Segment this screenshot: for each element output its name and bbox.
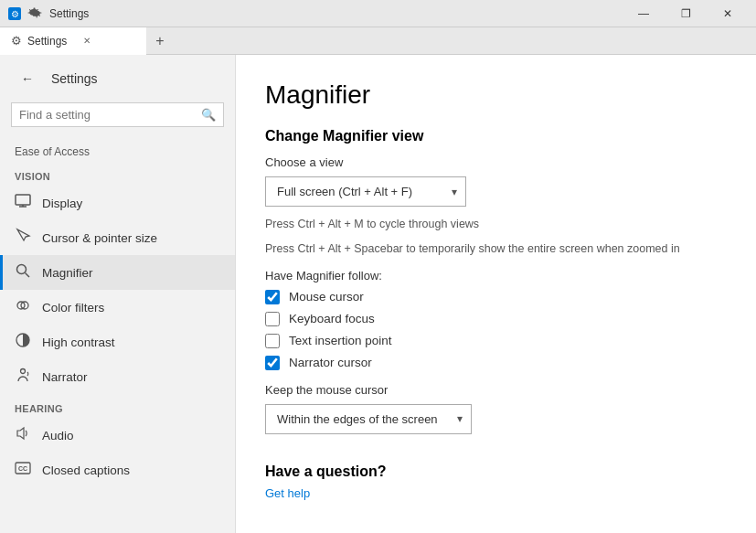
window-controls: — ❐ ✕: [623, 0, 749, 27]
svg-line-7: [26, 273, 30, 278]
choose-view-label: Choose a view: [265, 155, 727, 169]
checkbox-narrator-cursor: Narrator cursor: [265, 356, 727, 370]
sidebar-item-narrator[interactable]: Narrator: [0, 359, 235, 394]
section-title: Change Magnifier view: [265, 128, 727, 144]
window-title: Settings: [49, 7, 623, 20]
color-filters-label: Color filters: [42, 301, 104, 314]
mouse-cursor-dropdown[interactable]: Within the edges of the screen: [265, 404, 472, 434]
hint-spacebar: Press Ctrl + Alt + Spacebar to temporari…: [265, 240, 727, 258]
narrator-label: Narrator: [42, 370, 88, 384]
magnifier-label: Magnifier: [42, 266, 93, 280]
search-box[interactable]: 🔍: [11, 102, 224, 127]
svg-rect-3: [16, 195, 30, 205]
active-tab[interactable]: ⚙ Settings ✕: [0, 27, 146, 55]
cursor-label: Cursor & pointer size: [42, 231, 157, 245]
sidebar-item-magnifier[interactable]: Magnifier: [0, 255, 235, 290]
mouse-cursor-checkbox[interactable]: [265, 290, 280, 304]
new-tab-button[interactable]: +: [146, 27, 174, 55]
display-icon: [15, 193, 31, 213]
checkbox-mouse-cursor: Mouse cursor: [265, 290, 727, 304]
close-button[interactable]: ✕: [707, 0, 749, 27]
view-dropdown-wrapper: Full screen (Ctrl + Alt + F) ▾: [265, 176, 466, 207]
maximize-button[interactable]: ❐: [665, 0, 707, 27]
cursor-icon: [15, 228, 31, 248]
tab-gear-icon: ⚙: [11, 34, 22, 48]
text-insertion-checkbox-label: Text insertion point: [289, 334, 392, 347]
settings-gear-icon: [27, 6, 42, 21]
sidebar-item-display[interactable]: Display: [0, 186, 235, 220]
mouse-cursor-checkbox-label: Mouse cursor: [289, 290, 364, 304]
text-insertion-checkbox[interactable]: [265, 334, 280, 348]
closed-captions-label: Closed captions: [42, 464, 130, 477]
get-help-link[interactable]: Get help: [265, 486, 310, 500]
search-input[interactable]: [19, 108, 196, 122]
sidebar-item-closed-captions[interactable]: CC Closed captions: [0, 453, 235, 487]
page-title: Magnifier: [265, 80, 727, 110]
tabbar: ⚙ Settings ✕ +: [0, 27, 756, 55]
sidebar-item-cursor[interactable]: Cursor & pointer size: [0, 220, 235, 255]
sidebar: ← Settings 🔍 Ease of Access Vision Displ…: [0, 55, 236, 533]
titlebar: ⚙ Settings — ❐ ✕: [0, 0, 756, 27]
svg-text:⚙: ⚙: [11, 9, 19, 19]
minimize-button[interactable]: —: [623, 0, 665, 27]
narrator-icon: [15, 367, 31, 387]
sidebar-item-audio[interactable]: Audio: [0, 418, 235, 453]
high-contrast-label: High contrast: [42, 336, 115, 349]
narrator-cursor-checkbox-label: Narrator cursor: [289, 356, 372, 369]
search-icon: 🔍: [201, 108, 216, 122]
checkbox-text-insertion: Text insertion point: [265, 334, 727, 348]
content-area: Magnifier Change Magnifier view Choose a…: [236, 55, 756, 533]
magnifier-icon: [15, 262, 31, 282]
sidebar-item-color-filters[interactable]: Color filters: [0, 290, 235, 325]
keyboard-focus-checkbox-label: Keyboard focus: [289, 312, 375, 325]
narrator-cursor-checkbox[interactable]: [265, 356, 280, 370]
high-contrast-icon: [15, 332, 31, 352]
svg-marker-12: [17, 428, 24, 439]
have-question-section: Have a question? Get help: [265, 464, 727, 500]
follow-label: Have Magnifier follow:: [265, 269, 727, 282]
svg-point-6: [17, 265, 27, 274]
vision-category: Vision: [0, 165, 235, 186]
closed-captions-icon: CC: [15, 460, 31, 480]
app-icon: ⚙: [7, 6, 22, 21]
display-label: Display: [42, 197, 82, 210]
sidebar-item-high-contrast[interactable]: High contrast: [0, 325, 235, 359]
view-dropdown[interactable]: Full screen (Ctrl + Alt + F): [265, 176, 466, 207]
mouse-cursor-dropdown-wrapper: Within the edges of the screen ▾: [265, 404, 472, 434]
checkbox-keyboard-focus: Keyboard focus: [265, 312, 727, 326]
app-container: ← Settings 🔍 Ease of Access Vision Displ…: [0, 55, 756, 533]
svg-text:CC: CC: [18, 465, 27, 472]
sidebar-header: ← Settings: [0, 55, 235, 102]
hearing-category: Hearing: [0, 398, 235, 418]
hint-cycle-views: Press Ctrl + Alt + M to cycle through vi…: [265, 216, 727, 233]
section-label: Ease of Access: [0, 134, 235, 162]
tab-label: Settings: [27, 35, 67, 48]
audio-label: Audio: [42, 429, 74, 442]
audio-icon: [15, 425, 31, 445]
back-button[interactable]: ←: [15, 66, 40, 91]
have-question-title: Have a question?: [265, 464, 727, 480]
color-filters-icon: [15, 297, 31, 317]
titlebar-icons: ⚙: [7, 6, 42, 21]
close-tab-button[interactable]: ✕: [83, 36, 91, 46]
svg-point-11: [21, 369, 26, 374]
mouse-cursor-label: Keep the mouse cursor: [265, 383, 727, 397]
sidebar-title: Settings: [51, 71, 98, 86]
keyboard-focus-checkbox[interactable]: [265, 312, 280, 326]
